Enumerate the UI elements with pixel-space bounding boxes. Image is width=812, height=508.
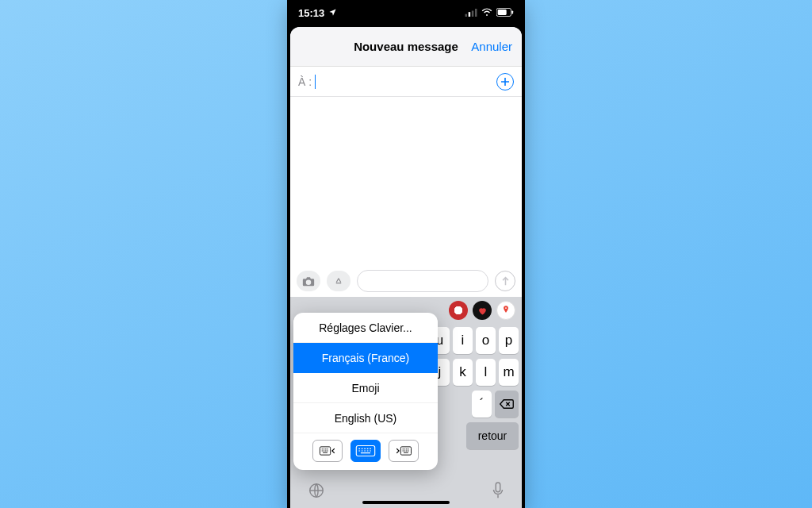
cancel-button[interactable]: Annuler [471,40,512,53]
key-k[interactable]: k [453,359,473,386]
svg-point-4 [486,14,488,16]
svg-rect-9 [320,447,330,455]
delete-key[interactable] [495,391,519,418]
wifi-icon [481,7,492,19]
keyboard-language-menu: Réglages Clavier... Français (France) Em… [293,313,438,470]
keyboard-dock-left-button[interactable] [312,440,343,462]
to-label: À : [298,75,312,88]
home-indicator[interactable] [362,501,450,504]
camera-button[interactable] [297,271,320,291]
text-cursor [315,75,316,89]
key-o[interactable]: o [476,327,496,354]
appstore-button[interactable] [327,271,350,291]
nav-bar: Nouveau message Annuler [290,27,522,67]
globe-icon[interactable] [308,482,325,503]
keyboard-settings-item[interactable]: Réglages Clavier... [293,313,438,343]
message-input[interactable] [357,270,488,292]
language-option[interactable]: English (US) [293,403,438,433]
keyboard-dock-right-button[interactable] [389,440,419,462]
keyboard-full-button[interactable] [350,440,381,462]
phone-frame: 15:13 Nouveau message Annuler À : [287,0,525,508]
key-l[interactable]: l [476,359,496,386]
svg-rect-2 [472,10,474,17]
key-p[interactable]: p [499,327,519,354]
microphone-icon[interactable] [492,482,504,503]
status-bar: 15:13 [287,0,525,25]
imessage-app-icon[interactable] [473,301,492,320]
status-time: 15:13 [298,7,324,19]
svg-point-8 [505,307,507,309]
add-contact-button[interactable] [496,73,514,90]
svg-rect-13 [496,482,500,491]
location-icon [328,7,337,19]
svg-rect-0 [465,13,468,16]
svg-rect-6 [498,10,507,15]
key-accent[interactable]: ´ [472,391,492,418]
key-i[interactable]: i [453,327,473,354]
battery-icon [496,7,514,19]
svg-rect-7 [511,10,513,13]
keyboard-area: u i o p j k l m ´ ret [290,297,522,508]
svg-rect-1 [469,12,471,17]
imessage-app-icon[interactable] [449,301,468,320]
send-button[interactable] [495,271,515,291]
key-m[interactable]: m [499,359,519,386]
language-option[interactable]: Français (France) [293,343,438,373]
page-title: Nouveau message [354,40,458,53]
imessage-app-icon[interactable] [496,301,515,320]
signal-icon [465,7,477,19]
svg-rect-3 [475,9,477,17]
keyboard-layout-row [293,433,438,470]
compose-sheet: Nouveau message Annuler À : [290,27,522,508]
return-key[interactable]: retour [466,422,519,449]
input-bar [290,265,522,297]
language-option[interactable]: Emoji [293,373,438,403]
message-body[interactable] [290,97,522,265]
recipient-row[interactable]: À : [290,67,522,97]
